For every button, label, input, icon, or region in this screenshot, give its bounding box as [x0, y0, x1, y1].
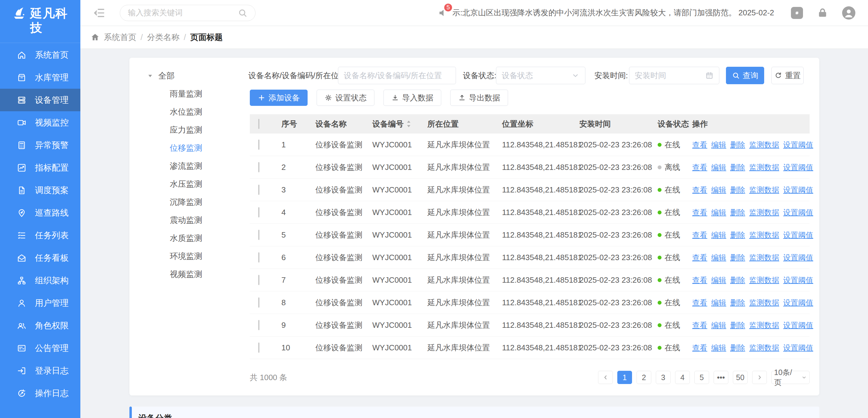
delete-link[interactable]: 删除 — [730, 320, 745, 330]
monitor-data-link[interactable]: 监测数据 — [749, 208, 779, 217]
sidebar-item-route[interactable]: 巡查路线 — [0, 202, 80, 224]
page-button[interactable]: 3 — [656, 371, 671, 384]
sidebar-item-metrics[interactable]: 指标配置 — [0, 156, 80, 179]
sidebar-item-alert[interactable]: 异常预警 — [0, 134, 80, 156]
tree-item[interactable]: 视频监测 — [170, 265, 243, 283]
reset-button[interactable]: 重置 — [771, 67, 804, 84]
delete-link[interactable]: 删除 — [730, 208, 745, 217]
view-link[interactable]: 查看 — [692, 163, 707, 172]
sort-icon[interactable] — [406, 120, 411, 128]
sidebar-item-device[interactable]: 设备管理 — [0, 89, 80, 111]
set-threshold-link[interactable]: 设置阈值 — [783, 253, 813, 263]
view-link[interactable]: 查看 — [692, 343, 707, 353]
sidebar-item-home[interactable]: 系统首页 — [0, 44, 80, 66]
page-button[interactable]: 5 — [694, 371, 709, 384]
export-data-button[interactable]: 导出数据 — [450, 90, 508, 106]
monitor-data-link[interactable]: 监测数据 — [749, 298, 779, 308]
page-button[interactable]: 50 — [733, 371, 748, 384]
prev-page-button[interactable] — [598, 371, 613, 384]
status-filter-select[interactable]: 设备状态 — [496, 67, 585, 84]
edit-link[interactable]: 编辑 — [711, 298, 726, 308]
column-header[interactable]: 设备编号 — [372, 119, 427, 129]
delete-link[interactable]: 删除 — [730, 163, 745, 172]
set-threshold-link[interactable]: 设置阈值 — [783, 140, 813, 150]
breadcrumb-item-home[interactable]: 系统首页 — [104, 32, 136, 43]
sidebar-item-video[interactable]: 视频监控 — [0, 111, 80, 134]
monitor-data-link[interactable]: 监测数据 — [749, 230, 779, 240]
select-all-checkbox[interactable] — [258, 119, 259, 129]
monitor-data-link[interactable]: 监测数据 — [749, 253, 779, 263]
caret-down-icon[interactable] — [147, 72, 154, 79]
row-checkbox[interactable] — [258, 320, 259, 330]
tree-root-all[interactable]: 全部 — [147, 69, 243, 83]
monitor-data-link[interactable]: 监测数据 — [749, 163, 779, 172]
delete-link[interactable]: 删除 — [730, 140, 745, 150]
tree-item[interactable]: 雨量监测 — [170, 85, 243, 103]
add-device-button[interactable]: 添加设备 — [250, 90, 308, 106]
view-link[interactable]: 查看 — [692, 185, 707, 195]
sidebar-item-notice[interactable]: 公告管理 — [0, 337, 80, 359]
monitor-data-link[interactable]: 监测数据 — [749, 343, 779, 353]
view-link[interactable]: 查看 — [692, 298, 707, 308]
row-checkbox[interactable] — [258, 140, 259, 150]
edit-link[interactable]: 编辑 — [711, 208, 726, 217]
set-threshold-link[interactable]: 设置阈值 — [783, 343, 813, 353]
tree-item[interactable]: 水质监测 — [170, 229, 243, 247]
row-checkbox[interactable] — [258, 252, 259, 263]
delete-link[interactable]: 删除 — [730, 230, 745, 240]
speaker-icon[interactable]: 5 — [438, 7, 449, 19]
search-icon[interactable] — [238, 8, 247, 18]
delete-link[interactable]: 删除 — [730, 253, 745, 263]
delete-link[interactable]: 删除 — [730, 343, 745, 353]
row-checkbox[interactable] — [258, 298, 259, 308]
time-filter-input[interactable]: 安装时间 — [629, 67, 719, 84]
breadcrumb-item-category[interactable]: 分类名称 — [147, 32, 180, 43]
monitor-data-link[interactable]: 监测数据 — [749, 185, 779, 195]
set-threshold-link[interactable]: 设置阈值 — [783, 208, 813, 217]
sidebar-item-op-log[interactable]: 操作日志 — [0, 382, 80, 405]
row-checkbox[interactable] — [258, 162, 259, 172]
sidebar-item-reservoir[interactable]: 水库管理 — [0, 66, 80, 89]
keyword-filter-input[interactable]: 设备名称/设备编码/所在位置 — [338, 67, 456, 84]
view-link[interactable]: 查看 — [692, 275, 707, 285]
tree-item[interactable]: 沉降监测 — [170, 193, 243, 211]
sidebar-item-board[interactable]: 任务看板 — [0, 247, 80, 269]
set-threshold-link[interactable]: 设置阈值 — [783, 298, 813, 308]
monitor-data-link[interactable]: 监测数据 — [749, 275, 779, 285]
collapse-sidebar-icon[interactable] — [93, 6, 106, 20]
row-checkbox[interactable] — [258, 275, 259, 285]
edit-link[interactable]: 编辑 — [711, 275, 726, 285]
sidebar-item-plan[interactable]: 调度预案 — [0, 179, 80, 202]
delete-link[interactable]: 删除 — [730, 275, 745, 285]
set-threshold-link[interactable]: 设置阈值 — [783, 275, 813, 285]
set-threshold-link[interactable]: 设置阈值 — [783, 320, 813, 330]
tree-item[interactable]: 水压监测 — [170, 175, 243, 193]
page-size-select[interactable]: 10条/页 — [771, 371, 810, 384]
tree-item[interactable]: 渗流监测 — [170, 157, 243, 175]
edit-link[interactable]: 编辑 — [711, 320, 726, 330]
edit-link[interactable]: 编辑 — [711, 140, 726, 150]
monitor-data-link[interactable]: 监测数据 — [749, 320, 779, 330]
tree-item[interactable]: 环境监测 — [170, 247, 243, 265]
search-button[interactable]: 查询 — [726, 67, 764, 84]
delete-link[interactable]: 删除 — [730, 298, 745, 308]
row-checkbox[interactable] — [258, 185, 259, 195]
view-link[interactable]: 查看 — [692, 140, 707, 150]
edit-link[interactable]: 编辑 — [711, 343, 726, 353]
sidebar-item-org[interactable]: 组织架构 — [0, 269, 80, 292]
more-pages-button[interactable]: ••• — [714, 371, 728, 384]
lock-icon[interactable] — [817, 7, 828, 19]
user-avatar[interactable] — [842, 6, 855, 20]
view-link[interactable]: 查看 — [692, 253, 707, 263]
page-button[interactable]: 4 — [675, 371, 690, 384]
tree-item[interactable]: 应力监测 — [170, 121, 243, 139]
edit-link[interactable]: 编辑 — [711, 185, 726, 195]
tree-item[interactable]: 震动监测 — [170, 211, 243, 229]
global-search-input[interactable]: 输入搜索关键词 — [120, 5, 255, 21]
set-threshold-link[interactable]: 设置阈值 — [783, 230, 813, 240]
edit-link[interactable]: 编辑 — [711, 230, 726, 240]
home-icon[interactable] — [91, 33, 100, 42]
next-page-button[interactable] — [752, 371, 767, 384]
monitor-data-link[interactable]: 监测数据 — [749, 140, 779, 150]
page-button[interactable]: 1 — [617, 371, 632, 384]
